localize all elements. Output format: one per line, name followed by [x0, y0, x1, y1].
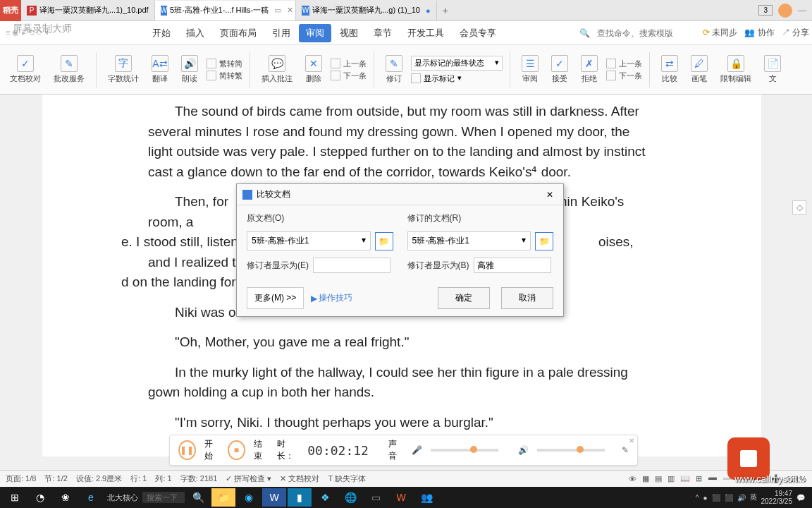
t2s-button[interactable]: 简转繁: [207, 71, 242, 81]
editor-b-input[interactable]: [474, 258, 551, 273]
close-icon[interactable]: ✕: [629, 437, 634, 445]
prev-comment-button[interactable]: 上一条: [331, 59, 367, 69]
wps-icon[interactable]: W: [389, 488, 413, 507]
missing-font[interactable]: T 缺失字体: [328, 473, 366, 484]
pause-button[interactable]: ❚❚: [178, 440, 196, 460]
original-select[interactable]: 5班-高雅-作业1▾: [247, 231, 371, 250]
view-mode-icon[interactable]: ▦: [642, 474, 649, 483]
prev-change-button[interactable]: 上一条: [606, 59, 642, 69]
view-mode-icon[interactable]: ▤: [655, 474, 662, 483]
window-count[interactable]: 3: [758, 5, 773, 16]
clock[interactable]: 19:47 2022/3/25: [761, 490, 793, 505]
next-comment-button[interactable]: 下一条: [331, 71, 367, 81]
track-button[interactable]: ✎修订: [381, 54, 407, 85]
compare-button[interactable]: ⇄比较: [657, 54, 682, 85]
review-button[interactable]: ☰审阅: [517, 54, 543, 85]
view-mode-icon[interactable]: 📖: [680, 474, 690, 483]
ok-button[interactable]: 确定: [438, 287, 490, 309]
side-panel-toggle[interactable]: ◇: [792, 200, 806, 214]
show-markup-button[interactable]: 显示标记 ▾: [411, 73, 503, 84]
tray-icon[interactable]: ⬛: [725, 494, 733, 502]
menu-dev[interactable]: 开发工具: [400, 24, 451, 42]
search-input[interactable]: [597, 28, 696, 38]
menu-start[interactable]: 开始: [145, 24, 178, 42]
pen-icon[interactable]: ✎: [622, 445, 629, 455]
doc-final-button[interactable]: 📄文: [760, 54, 785, 85]
menu-section[interactable]: 章节: [367, 24, 399, 42]
start-button[interactable]: ⊞: [3, 488, 27, 507]
tab-pdf[interactable]: P译海一粟汉英翻译九...1)_10.pdf: [21, 1, 155, 20]
read-aloud-button[interactable]: 🔊朗读: [177, 54, 202, 85]
stop-button[interactable]: ■: [228, 440, 245, 460]
insert-comment-button[interactable]: 💬插入批注: [257, 54, 297, 85]
mic-icon[interactable]: 🎤: [412, 445, 422, 455]
editor-e-input[interactable]: [313, 258, 390, 273]
new-tab-button[interactable]: +: [437, 5, 454, 16]
tab-active-doc[interactable]: W5班-高雅-作业1-...f Hills-一稿▭✕: [155, 1, 296, 20]
tips-link[interactable]: ▶操作技巧: [311, 292, 352, 304]
tray-icon[interactable]: ^: [696, 494, 699, 502]
app-icon[interactable]: ▭: [364, 488, 388, 507]
menu-layout[interactable]: 页面布局: [213, 24, 264, 42]
chrome-icon[interactable]: 🌐: [338, 488, 362, 507]
folder-icon[interactable]: 📁: [211, 488, 235, 507]
minimize-icon[interactable]: —: [798, 6, 806, 16]
share-button[interactable]: ↗ 分享: [782, 27, 809, 39]
avatar[interactable]: [778, 4, 792, 18]
track-display-select[interactable]: 显示标记的最终状态▾: [411, 56, 503, 71]
view-mode-icon[interactable]: ⊞: [696, 474, 702, 483]
paragraph[interactable]: The sound of birds came from outside, bu…: [148, 102, 656, 182]
speaker-slider[interactable]: [537, 449, 605, 452]
view-mode-icon[interactable]: ▥: [668, 474, 675, 483]
close-icon[interactable]: ✕: [287, 6, 293, 15]
search-icon[interactable]: 🔍: [186, 488, 210, 507]
paragraph[interactable]: "I'm sorry, Niki. I thought perhaps you …: [148, 413, 656, 433]
app-logo[interactable]: 稻壳: [0, 0, 21, 21]
browse-original-button[interactable]: 📁: [375, 232, 393, 250]
browse-revised-button[interactable]: 📁: [535, 232, 553, 250]
dialog-titlebar[interactable]: 比较文档 ✕: [237, 184, 563, 205]
translate-button[interactable]: A⇄翻译: [147, 54, 173, 85]
s2t-button[interactable]: 繁转简: [207, 59, 242, 69]
word-icon[interactable]: W: [262, 488, 286, 507]
tray-icon[interactable]: ●: [703, 494, 707, 502]
accept-button[interactable]: ✓接受: [547, 54, 572, 85]
menu-review[interactable]: 审阅: [299, 24, 331, 42]
edge-icon[interactable]: ◉: [237, 488, 261, 507]
menu-member[interactable]: 会员专享: [453, 24, 503, 42]
cancel-button[interactable]: 取消: [501, 287, 553, 309]
reject-button[interactable]: ✗拒绝: [577, 54, 602, 85]
close-icon[interactable]: ✕: [542, 188, 558, 201]
page-indicator[interactable]: 页面: 1/8: [6, 473, 36, 484]
eye-icon[interactable]: 👁: [629, 475, 636, 483]
menu-reference[interactable]: 引用: [265, 24, 297, 42]
paragraph[interactable]: "Oh, Mother, you gave me a real fright.": [148, 332, 656, 353]
tray-icon[interactable]: ⬛: [712, 494, 720, 502]
paragraph[interactable]: In the murky light of the hallway, I cou…: [148, 363, 656, 403]
restrict-button[interactable]: 🔒限制编辑: [716, 54, 756, 85]
sync-status[interactable]: ⟳ 未同步: [703, 27, 737, 39]
ie-icon[interactable]: e: [79, 488, 103, 507]
more-button[interactable]: 更多(M) >>: [247, 287, 304, 309]
next-change-button[interactable]: 下一条: [606, 71, 642, 81]
ink-button[interactable]: 🖊画笔: [687, 54, 712, 85]
tab-doc2[interactable]: W译海一粟汉英翻译九...g) (1)_10●: [296, 1, 437, 20]
doc-check-status[interactable]: ✕ 文档校对: [280, 473, 319, 484]
app-icon[interactable]: ▮: [288, 488, 312, 507]
section-indicator[interactable]: 节: 1/2: [44, 473, 67, 484]
speaker-icon[interactable]: 🔊: [518, 445, 529, 455]
app-icon[interactable]: 👥: [414, 488, 438, 507]
taskbar-search[interactable]: [142, 492, 185, 503]
volume-icon[interactable]: 🔊: [737, 494, 746, 502]
task-icon[interactable]: ❀: [54, 488, 78, 507]
menu-view[interactable]: 视图: [333, 24, 365, 42]
collab-button[interactable]: 👥 协作: [744, 27, 774, 39]
word-count-button[interactable]: 字字数统计: [104, 54, 143, 85]
menu-insert[interactable]: 插入: [179, 24, 211, 42]
doc-check-button[interactable]: ✓文档校对: [6, 54, 45, 85]
word-count[interactable]: 字数: 2181: [180, 473, 218, 484]
zoom-out-icon[interactable]: ➖: [708, 474, 718, 483]
delete-button[interactable]: ✕删除: [301, 54, 326, 85]
mic-slider[interactable]: [431, 449, 498, 452]
app-icon[interactable]: ❖: [313, 488, 337, 507]
